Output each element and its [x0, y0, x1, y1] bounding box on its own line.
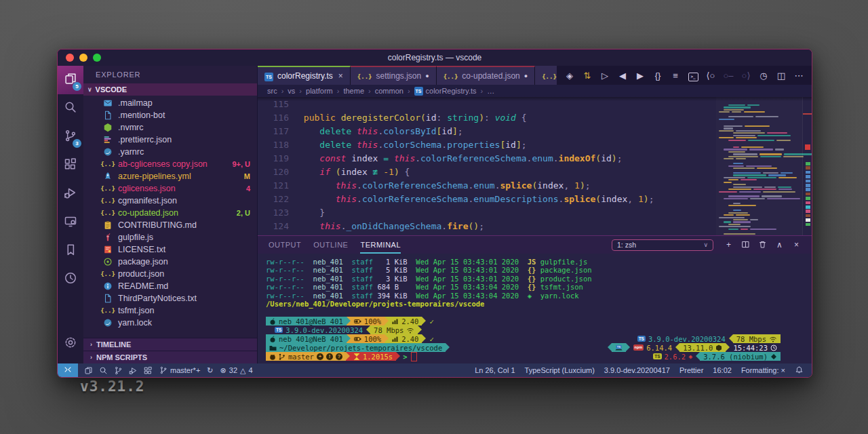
minimize-window-button[interactable]	[79, 54, 87, 62]
status-ext-icon[interactable]	[144, 366, 153, 375]
maximize-panel-icon[interactable]: ∧	[771, 240, 788, 250]
sidebar-section-timeline[interactable]: ›TIMELINE	[83, 338, 257, 351]
code-editor[interactable]: 115116 public deregisterColor(id: string…	[258, 97, 812, 235]
gulp-file-icon	[102, 233, 113, 242]
ts-badge-icon: TS	[275, 327, 283, 333]
breadcrumb-item[interactable]: common	[375, 87, 403, 95]
file-item[interactable]: {..} cglicenses.json 4	[83, 182, 257, 195]
activity-item-remote-explorer[interactable]	[58, 208, 83, 237]
zoom-window-button[interactable]	[93, 54, 101, 62]
run-icon[interactable]: ▷	[596, 71, 614, 81]
next-change-icon[interactable]: ○⟩	[737, 71, 755, 81]
outline-list-icon[interactable]: ≡	[667, 71, 684, 81]
activity-item-run-debug[interactable]	[58, 180, 83, 208]
close-window-button[interactable]	[66, 54, 74, 62]
traffic-lights[interactable]	[66, 54, 101, 62]
status-item[interactable]: Formatting: ×	[741, 366, 785, 374]
new-terminal-icon[interactable]: +	[720, 240, 737, 250]
nav-back-icon[interactable]: ◀	[614, 71, 631, 81]
activity-item-settings[interactable]	[58, 330, 83, 358]
editor-tab[interactable]: {..} co-updated.json ●	[437, 66, 536, 85]
history-icon[interactable]: ◷	[755, 71, 772, 81]
bell-icon[interactable]	[795, 366, 804, 376]
file-item[interactable]: .yarnrc	[83, 146, 257, 158]
back-ref-icon[interactable]: ⟨○	[702, 71, 719, 81]
panel-tab-terminal[interactable]: TERMINAL	[360, 236, 401, 254]
status-item[interactable]: Prettier	[679, 366, 703, 374]
problems-indicator[interactable]: ⊗ 32 △ 4	[220, 366, 253, 375]
editor-tab[interactable]: TS colorRegistry.ts ×	[258, 66, 351, 85]
file-item[interactable]: LICENSE.txt	[83, 243, 257, 256]
breadcrumb-item[interactable]: …	[487, 87, 494, 95]
file-item[interactable]: CONTRIBUTING.md	[83, 219, 257, 231]
file-name: gulpfile.js	[118, 233, 153, 242]
activity-item-extensions[interactable]	[58, 151, 83, 180]
status-debug-icon[interactable]	[129, 366, 138, 375]
file-item[interactable]: {..} cgmanifest.json	[83, 195, 257, 207]
activity-item-source-control[interactable]: 3	[58, 123, 83, 151]
breadcrumb-item[interactable]: vs	[288, 87, 295, 95]
split-terminal-icon[interactable]	[737, 240, 754, 250]
file-item[interactable]: gulpfile.js	[83, 231, 257, 243]
activity-item-search[interactable]	[58, 94, 83, 123]
trash-icon[interactable]	[754, 240, 771, 250]
bookmark-icon	[64, 243, 77, 259]
file-item[interactable]: {..} tsfmt.json	[83, 304, 257, 317]
status-files-icon[interactable]	[84, 366, 93, 375]
remote-indicator[interactable]	[58, 363, 78, 377]
close-tab-icon[interactable]: ×	[338, 71, 343, 81]
activity-item-time-tracker[interactable]	[58, 265, 83, 294]
line-number: 121	[258, 180, 289, 191]
panel-tab-outline[interactable]: OUTLINE	[313, 236, 348, 254]
status-branch-icon[interactable]	[114, 366, 123, 375]
file-item[interactable]: package.json	[83, 256, 257, 268]
panel-tab-output[interactable]: OUTPUT	[269, 236, 301, 254]
minimap[interactable]	[716, 97, 803, 235]
close-panel-icon[interactable]: ×	[788, 240, 805, 250]
status-item[interactable]: 3.9.0-dev.20200417	[604, 366, 670, 374]
git-branch-indicator[interactable]: master*+	[159, 366, 200, 374]
breadcrumb-item[interactable]: TScolorRegistry.ts	[414, 86, 477, 96]
breadcrumb-item[interactable]: platform	[306, 87, 333, 95]
sync-icon[interactable]: ↻	[207, 366, 213, 375]
file-item[interactable]: {..} co-updated.json 2, U	[83, 207, 257, 219]
nav-forward-icon[interactable]: ▶	[631, 71, 649, 81]
file-item[interactable]: azure-pipelines.yml M	[83, 170, 257, 182]
terminal-listing-row: rw-r--r-- neb_401 staff 394 KiB Wed Apr …	[266, 292, 812, 300]
terminal-shell-select[interactable]: 1: zsh ∨	[612, 239, 713, 251]
split-editor-icon[interactable]: ◫	[772, 71, 790, 81]
file-item[interactable]: .mailmap	[83, 97, 257, 109]
folder-section-header[interactable]: ∨ VSCODE	[83, 83, 257, 96]
braces-icon[interactable]: {}	[649, 71, 667, 81]
breadcrumb-item[interactable]: src	[267, 87, 277, 95]
prev-change-icon[interactable]: ○–	[719, 71, 737, 81]
format-document-icon[interactable]: ◈	[561, 71, 578, 81]
line-number: 123	[258, 208, 289, 218]
breadcrumb[interactable]: src›vs›platform›theme›common›TScolorRegi…	[258, 85, 812, 97]
status-item[interactable]: 16:02	[713, 366, 732, 374]
status-item[interactable]: TypeScript (Luxcium)	[525, 366, 595, 374]
file-item[interactable]: ThirdPartyNotices.txt	[83, 292, 257, 304]
file-item[interactable]: .prettierrc.json	[83, 134, 257, 146]
terminal-view[interactable]: rw-r--r-- neb_401 staff 1 KiB Wed Apr 15…	[258, 254, 812, 364]
file-item[interactable]: {..} product.json	[83, 268, 257, 280]
file-item[interactable]: yarn.lock	[83, 317, 257, 329]
file-item[interactable]: README.md	[83, 280, 257, 292]
status-search-icon[interactable]	[99, 366, 108, 375]
compare-changes-icon[interactable]: ⇅	[578, 71, 596, 81]
file-item[interactable]: .nvmrc	[83, 121, 257, 134]
file-item[interactable]: {..} ab-cglicenses copy.json 9+, U	[83, 158, 257, 170]
sidebar-section-npm-scripts[interactable]: ›NPM SCRIPTS	[83, 351, 257, 363]
editor-tab[interactable]: {..} settings.json ●	[351, 66, 437, 85]
activity-item-explorer[interactable]: 5	[58, 66, 83, 94]
chevron-right-icon: ›	[90, 341, 92, 348]
file-name: yarn.lock	[118, 318, 152, 328]
title-bar[interactable]: colorRegistry.ts — vscode	[58, 50, 812, 66]
file-item[interactable]: .mention-bot	[83, 109, 257, 121]
status-item[interactable]: Ln 26, Col 1	[475, 366, 515, 374]
activity-item-bookmarks[interactable]	[58, 237, 83, 265]
more-actions-icon[interactable]: ⋯	[790, 71, 808, 81]
line-number: 115	[258, 99, 289, 109]
breadcrumb-item[interactable]: theme	[343, 87, 364, 95]
open-terminal-icon[interactable]: >_	[684, 70, 702, 81]
